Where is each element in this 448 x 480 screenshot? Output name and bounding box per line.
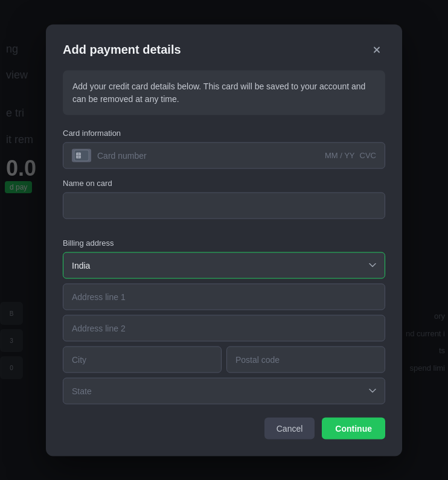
billing-section: Billing address India United States Unit…: [63, 238, 385, 404]
card-svg-icon: [74, 149, 89, 161]
continue-button[interactable]: Continue: [322, 417, 385, 439]
city-postal-row: [63, 346, 385, 373]
city-input[interactable]: [63, 346, 222, 373]
close-icon: [372, 45, 382, 54]
name-on-card-input[interactable]: [63, 192, 385, 219]
address-line1-input[interactable]: [63, 283, 385, 310]
card-chip-icon: [72, 149, 91, 162]
info-box: Add your credit card details below. This…: [63, 70, 385, 115]
name-section: Name on card: [63, 178, 385, 228]
card-section: Card information Card number MM / YY CVC: [63, 128, 385, 168]
card-number-placeholder: Card number: [97, 150, 319, 160]
modal-header: Add payment details: [63, 41, 385, 58]
card-section-label: Card information: [63, 128, 385, 137]
payment-modal: Add payment details Add your credit card…: [46, 24, 402, 456]
info-text: Add your credit card details below. This…: [72, 81, 365, 103]
state-select[interactable]: State Andhra Pradesh Delhi Karnataka Mah…: [63, 377, 385, 404]
cvc-placeholder: CVC: [360, 151, 376, 160]
modal-title: Add payment details: [63, 43, 181, 57]
card-number-row[interactable]: Card number MM / YY CVC: [63, 142, 385, 168]
country-select[interactable]: India United States United Kingdom Canad…: [63, 252, 385, 278]
close-button[interactable]: [368, 41, 385, 58]
billing-section-label: Billing address: [63, 238, 385, 247]
cancel-button[interactable]: Cancel: [264, 417, 315, 439]
address-line2-input[interactable]: [63, 315, 385, 341]
name-section-label: Name on card: [63, 178, 385, 187]
modal-footer: Cancel Continue: [63, 417, 385, 439]
postal-code-input[interactable]: [226, 346, 385, 373]
expiry-placeholder: MM / YY: [325, 151, 355, 160]
card-extras: MM / YY CVC: [325, 151, 376, 160]
